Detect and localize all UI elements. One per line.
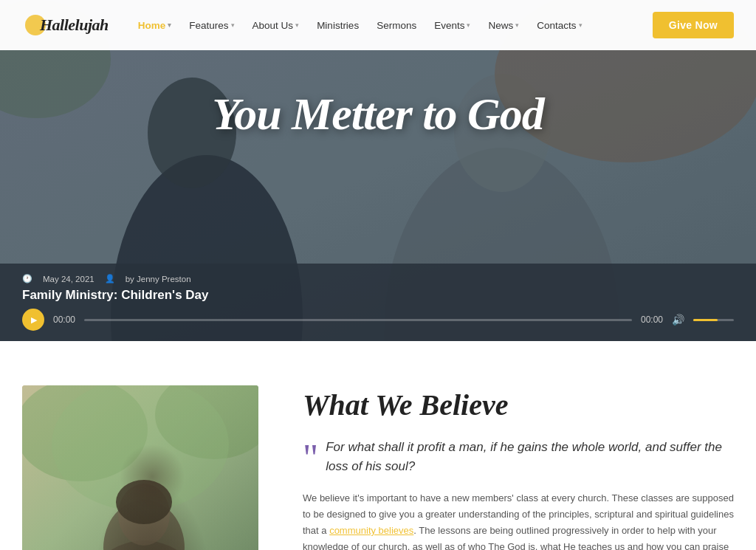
believe-section-image	[22, 385, 258, 550]
chevron-down-icon: ▾	[467, 21, 470, 29]
nav-item-home[interactable]: Home ▾	[131, 16, 179, 35]
chevron-down-icon: ▾	[579, 21, 583, 29]
audio-author: by Jenny Preston	[126, 275, 191, 283]
audio-metadata: May 24, 2021 by Jenny Preston	[22, 274, 734, 283]
volume-fill	[693, 319, 718, 321]
volume-track[interactable]	[693, 319, 734, 321]
clock-icon	[22, 274, 32, 283]
audio-progress-track[interactable]	[84, 319, 632, 321]
hero-title: You Metter to God	[0, 89, 756, 139]
hero-section: You Metter to God May 24, 2021 by Jenny …	[0, 0, 756, 341]
audio-time-end: 00:00	[641, 314, 663, 325]
audio-date: May 24, 2021	[43, 275, 94, 283]
audio-player-bar: May 24, 2021 by Jenny Preston Family Min…	[0, 264, 756, 341]
believe-section: What We Believe " For what shall it prof…	[0, 341, 756, 550]
chevron-down-icon: ▾	[515, 21, 519, 29]
nav-item-news[interactable]: News ▾	[481, 16, 526, 35]
nav-item-features[interactable]: Features ▾	[182, 16, 241, 35]
community-link[interactable]: community believes	[329, 525, 413, 536]
body-text: We believe it's important to have a new …	[303, 490, 734, 550]
logo[interactable]: Hallelujah	[22, 15, 109, 35]
blockquote-text: For what shall it profit a man, if he ga…	[326, 438, 734, 475]
chevron-down-icon: ▾	[168, 21, 171, 29]
chevron-down-icon: ▾	[295, 21, 299, 29]
user-icon	[105, 274, 115, 283]
audio-title: Family Ministry: Children's Day	[22, 288, 734, 303]
audio-controls: 00:00 00:00 🔊	[22, 309, 734, 331]
section-title: What We Believe	[303, 389, 734, 422]
give-now-button[interactable]: Give Now	[653, 12, 734, 38]
navbar: Hallelujah Home ▾ Features ▾ About Us ▾ …	[0, 0, 756, 50]
nav-item-events[interactable]: Events ▾	[427, 16, 478, 35]
nav-item-contacts[interactable]: Contacts ▾	[529, 16, 589, 35]
play-button[interactable]	[22, 309, 44, 331]
logo-label: Hallelujah	[40, 16, 109, 35]
quote-marks-icon: "	[303, 445, 318, 472]
nav-item-sermons[interactable]: Sermons	[369, 16, 424, 35]
volume-icon[interactable]: 🔊	[672, 314, 684, 326]
believe-text-content: What We Believe " For what shall it prof…	[303, 385, 734, 550]
blockquote-area: " For what shall it profit a man, if he …	[303, 438, 734, 475]
image-overlay	[22, 385, 258, 550]
chevron-down-icon: ▾	[231, 21, 235, 29]
nav-item-about[interactable]: About Us ▾	[245, 16, 307, 35]
audio-time-start: 00:00	[53, 314, 75, 325]
nav-links: Home ▾ Features ▾ About Us ▾ Ministries …	[131, 16, 653, 35]
nav-item-ministries[interactable]: Ministries	[309, 16, 366, 35]
